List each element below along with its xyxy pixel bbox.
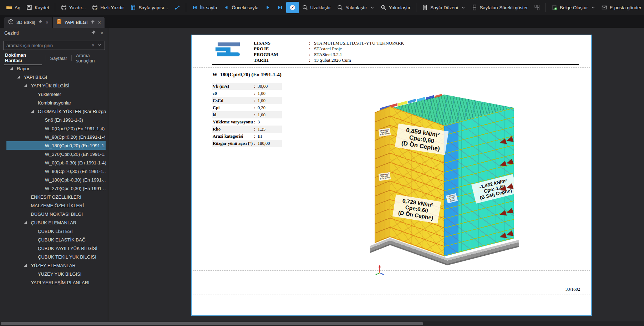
expand-collapse-icon[interactable]: [24, 84, 31, 87]
navtab-doküman-haritası[interactable]: Doküman Haritası: [4, 51, 42, 65]
param-label: Yükleme varyasyonu: [212, 119, 254, 125]
navtab-sayfalar[interactable]: Sayfalar: [49, 54, 68, 62]
toolbar-button-label: Sayfa Düzeni: [430, 5, 458, 10]
tree-item-sn6-en-1991-1-3-[interactable]: Sn6 (En 1991-1-3): [6, 116, 106, 124]
expand-collapse-icon[interactable]: [24, 221, 31, 224]
header-rule: [212, 64, 579, 65]
tree-item-w_90-cpi-0-20-en-1991-1-4-[interactable]: W_90(Cpi:0,20) (En 1991-1-4): [6, 133, 106, 141]
param-label: Vb (m/s): [212, 84, 254, 89]
search-clear-icon[interactable]: ×: [92, 42, 95, 48]
tree-item-yapi-yerleşi-m-planlari[interactable]: YAPI YERLEŞİM PLANLARI: [6, 278, 106, 287]
chevron-down-icon[interactable]: [370, 6, 374, 10]
pan-compass-button[interactable]: [286, 2, 299, 13]
zoom-button[interactable]: Yakınlaştır: [334, 2, 377, 13]
tree-item-yüzey-yük-bi-lgi-si-[interactable]: YÜZEY YÜK BİLGİSİ: [6, 270, 106, 278]
stl-logo: [215, 42, 242, 58]
tab-3d-bakış[interactable]: 3D Bakış×: [4, 17, 52, 28]
right-margin-guide: [580, 38, 580, 312]
table-row: Rho:1,25: [212, 126, 282, 133]
tree-item-w_270-cpi-0-20-en-1991-1-[interactable]: W_270(Cpi:0,20) (En 1991-1...: [6, 150, 106, 158]
toolbar-button-label: Aç: [15, 5, 20, 10]
table-row: Yükleme varyasyonu:3: [212, 118, 282, 126]
close-icon[interactable]: ×: [98, 20, 101, 25]
tree-item-yapi-bi-lgi-[interactable]: YAPI BİLGİ: [6, 73, 106, 81]
chevron-down-icon[interactable]: [461, 6, 465, 10]
navigator-title: Gezinti: [4, 30, 19, 36]
tree-item-w_180-cpi-0-30-en-1991-[interactable]: W_180(Cpi:-0,30) (En 1991-...: [6, 175, 106, 184]
tree-item-label: YAPI BİLGİ: [24, 75, 47, 80]
param-label: Cpi: [212, 105, 254, 111]
navigator-tab-separator: [46, 55, 46, 61]
search-chevron-icon[interactable]: [97, 42, 102, 48]
table-row: kl:1,00: [212, 111, 282, 118]
first-page-button[interactable]: İlk sayfa: [189, 2, 220, 13]
tree-item-otomati-k-yükler-kar-rüzgar-[interactable]: OTOMATİK YÜKLER (Kar Rüzgar..): [6, 107, 106, 116]
tree-item-çubuk-li-stesi-[interactable]: ÇUBUK LİSTESİ: [6, 227, 106, 235]
navigator-tabs: Doküman HaritasıSayfalarArama sonuçları: [0, 54, 108, 63]
tree-item-kombinasyonlar[interactable]: Kombinasyonlar: [6, 98, 106, 107]
search-input[interactable]: aramak için metni girin: [6, 43, 89, 48]
navigator-search[interactable]: aramak için metni girin ×: [3, 41, 105, 50]
tab-yapi-bi̇lgi̇[interactable]: YAPI BİLGİ×: [53, 17, 105, 28]
zoom-in-button[interactable]: Yakınlaştır: [377, 2, 414, 13]
open-folder-button[interactable]: Aç: [3, 2, 23, 13]
tree-item-çubuk-elemanlar[interactable]: ÇUBUK ELEMANLAR: [6, 218, 106, 227]
page-setup-icon: [130, 5, 136, 10]
save-button[interactable]: Kaydet: [23, 2, 52, 13]
pin-icon[interactable]: [38, 20, 42, 25]
print-icon: [61, 5, 67, 10]
tree-item-w_0-cpi-0-30-en-1991-1-4-[interactable]: W_0(Cpi:-0,30) (En 1991-1-4): [6, 158, 106, 167]
tree-item-w_90-cpi-0-30-en-1991-1-[interactable]: W_90(Cpi:-0,30) (En 1991-1...: [6, 167, 106, 175]
header-colon: :: [309, 46, 314, 52]
tree-item-w_180-cpi-0-20-en-1991-1-[interactable]: W_180(Cpi:0,20) (En 1991-1...: [6, 141, 106, 150]
tree-item-çubuk-yayili-yük-bi-lgi-si-[interactable]: ÇUBUK YAYILI YÜK BİLGİSİ: [6, 244, 106, 253]
tree-item-label: Yüklemeler: [38, 92, 61, 97]
tree-item-düğüm-noktasi-bi-lgi-[interactable]: DÜĞÜM NOKTASI BİLGİ: [6, 210, 106, 218]
print-button[interactable]: Yazdır...: [58, 2, 89, 13]
navtab-arama-sonuçları[interactable]: Arama sonuçları: [75, 51, 108, 65]
tree-item-çubuk-elasti-k-bağ[interactable]: ÇUBUK ELASTİK BAĞ: [6, 235, 106, 244]
next-page-button[interactable]: [262, 2, 274, 13]
email-button[interactable]: E-posta gönder: [598, 2, 644, 13]
param-colon: :: [254, 98, 258, 103]
create-doc-button[interactable]: Belge Oluştur: [548, 2, 598, 13]
pin-icon[interactable]: [90, 20, 95, 25]
close-icon[interactable]: ×: [46, 20, 49, 25]
pin-icon[interactable]: [91, 30, 96, 36]
tree-item-yüklemeler[interactable]: Yüklemeler: [6, 90, 106, 98]
header-value: STA MUH.MUS.LTD.STI.-YTU TEKNOPARK: [314, 40, 404, 46]
tree-item-malzeme-özelli-kleri-[interactable]: MALZEME ÖZELLİKLERİ: [6, 201, 106, 210]
horizontal-scrollbar[interactable]: [0, 321, 644, 326]
quick-print-button[interactable]: Hızlı Yazdır: [89, 2, 127, 13]
tree-item-yüzey-elemanlar[interactable]: YÜZEY ELEMANLAR: [6, 261, 106, 270]
expand-collapse-icon[interactable]: [17, 76, 24, 78]
continuous-pages-button[interactable]: Sayfaları Sürekli göster: [468, 2, 531, 13]
zoom-out-button[interactable]: Uzaklaştır: [299, 2, 334, 13]
scale-button[interactable]: [171, 2, 183, 13]
tree-item-label: W_90(Cpi:0,20) (En 1991-1-4): [45, 134, 106, 140]
prev-page-button[interactable]: Önceki sayfa: [220, 2, 262, 13]
tree-item-w_270-cpi-0-30-en-1991-[interactable]: W_270(Cpi:-0,30) (En 1991-...: [6, 184, 106, 193]
tree-item-label: DÜĞÜM NOKTASI BİLGİ: [31, 212, 83, 217]
param-value: 1,00: [258, 98, 265, 103]
last-page-button[interactable]: [274, 2, 286, 13]
report-header-block: LİSANS:STA MUH.MUS.LTD.STI.-YTU TEKNOPAR…: [254, 40, 404, 63]
page-setup-button[interactable]: Sayfa yapısı...: [127, 2, 171, 13]
page-layout-button[interactable]: Sayfa Düzeni: [419, 2, 468, 13]
tree-item-label: W_270(Cpi:0,20) (En 1991-1...: [45, 152, 106, 157]
continuous-pages-icon: [472, 5, 477, 10]
header-colon: :: [309, 57, 314, 63]
tree-item-w_0-cpi-0-20-en-1991-1-4-[interactable]: W_0(Cpi:0,20) (En 1991-1-4): [6, 124, 106, 133]
expand-collapse-icon[interactable]: [10, 67, 17, 70]
tree-item-rapor[interactable]: Rapor: [6, 64, 106, 73]
close-panel-icon[interactable]: ×: [100, 30, 103, 36]
tree-item-yapi-yük-bi-lgi-si-[interactable]: YAPI YÜK BİLGİSİ: [6, 81, 106, 90]
tree-item-çubuk-teki-l-yük-bi-lgi-si-[interactable]: ÇUBUK TEKİL YÜK BİLGİSİ: [6, 253, 106, 261]
tree-item-enkesi-t-özelli-kleri-[interactable]: ENKESİT ÖZELLİKLERİ: [6, 193, 106, 201]
expand-collapse-icon[interactable]: [31, 110, 38, 113]
tree-item-label: Sn6 (En 1991-1-3): [45, 117, 83, 123]
expand-collapse-icon[interactable]: [24, 264, 31, 267]
chevron-down-icon[interactable]: [591, 6, 595, 10]
param-colon: :: [254, 141, 258, 146]
horizontal-scrollbar-thumb[interactable]: [1, 322, 423, 325]
